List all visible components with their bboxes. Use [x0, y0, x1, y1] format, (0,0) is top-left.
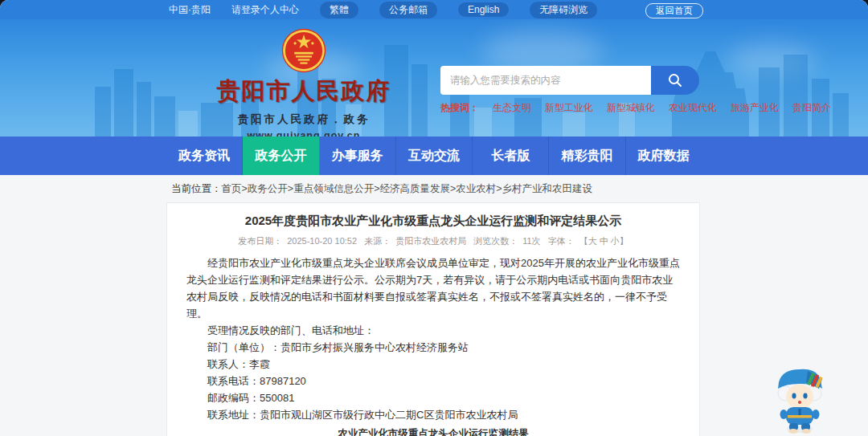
article-paragraph-6: 联系地址：贵阳市观山湖区市级行政中心二期C区贵阳市农业农村局: [186, 406, 680, 423]
source: 贵阳市农业农村局: [395, 236, 466, 246]
nav-item-1[interactable]: 政务公开: [243, 137, 319, 175]
city-skyline: [0, 40, 868, 137]
topbar-link-0[interactable]: 中国·贵阳: [169, 3, 211, 17]
nav-item-6[interactable]: 政府数据: [626, 137, 702, 175]
hot-search-word-5[interactable]: 贵阳简介: [792, 101, 831, 115]
breadcrumb-item-0[interactable]: 首页: [222, 183, 242, 194]
breadcrumb-item-1[interactable]: 政务公开: [248, 183, 288, 194]
site-logo[interactable]: 贵阳市人民政府 贵阳市人民政府．政务 www.guiyang.gov.cn: [183, 27, 424, 137]
national-emblem-icon: [280, 27, 327, 74]
banner: 贵阳市人民政府 贵阳市人民政府．政务 www.guiyang.gov.cn 热搜…: [0, 19, 868, 137]
source-label: 来源：: [364, 236, 391, 246]
hot-search-label: 热搜词：: [440, 101, 479, 115]
font-size-control[interactable]: 【大 中 小】: [579, 236, 628, 246]
breadcrumb-label: 当前位置：: [171, 183, 222, 194]
breadcrumb-item-2[interactable]: 重点领域信息公开: [293, 183, 374, 194]
article-meta: 发布日期：2025-10-20 10:52 来源：贵阳市农业农村局 浏览次数：1…: [186, 235, 680, 247]
article-paragraph-1: 受理情况反映的部门、电话和地址：: [186, 322, 680, 339]
breadcrumb: 当前位置：首页>政务公开>重点领域信息公开>经济高质量发展>农业农村>乡村产业和…: [171, 182, 592, 196]
article-paragraph-0: 经贵阳市农业产业化市级重点龙头企业联席会议成员单位审定，现对2025年开展的农业…: [186, 255, 680, 322]
hot-search-row: 热搜词： 生态文明新型工业化新型城镇化农业现代化旅游产业化贵阳简介: [440, 101, 699, 115]
hot-search-word-2[interactable]: 新型城镇化: [607, 101, 655, 115]
article-title: 2025年度贵阳市农业产业化市级重点龙头企业运行监测和评定结果公示: [186, 214, 680, 229]
article-card: 2025年度贵阳市农业产业化市级重点龙头企业运行监测和评定结果公示 发布日期：2…: [166, 202, 700, 436]
article-paragraph-2: 部门（单位）：贵阳市乡村振兴服务中心农村经济服务站: [186, 339, 680, 356]
nav-item-5[interactable]: 精彩贵阳: [549, 137, 625, 175]
search-button[interactable]: [651, 66, 699, 95]
site-subtitle: 贵阳市人民政府．政务: [183, 112, 424, 127]
hot-search-word-0[interactable]: 生态文明: [493, 101, 531, 115]
nav-item-0[interactable]: 政务资讯: [166, 137, 243, 175]
topbar-link-2[interactable]: 繁體: [320, 2, 358, 18]
breadcrumb-item-5[interactable]: 乡村产业和农田建设: [502, 183, 593, 194]
publish-date-label: 发布日期：: [238, 236, 282, 246]
search-input[interactable]: [440, 66, 651, 95]
main-nav-row: 政务资讯政务公开办事服务互动交流长者版精彩贵阳政府数据: [166, 137, 702, 175]
breadcrumb-path: 首页>政务公开>重点领域信息公开>经济高质量发展>农业农村>乡村产业和农田建设: [222, 183, 593, 194]
nav-item-4[interactable]: 长者版: [473, 137, 549, 175]
topbar: 中国·贵阳请登录个人中心繁體公务邮箱English无障碍浏览 返回首页: [0, 0, 868, 19]
hot-search-word-3[interactable]: 农业现代化: [669, 101, 717, 115]
topbar-link-4[interactable]: English: [458, 2, 509, 17]
result-table-caption: 农业产业化市级重点龙头企业运行监测结果: [186, 427, 680, 436]
breadcrumb-item-3[interactable]: 经济高质量发展: [379, 183, 450, 194]
site-url: www.guiyang.gov.cn: [183, 130, 424, 137]
hot-search-words: 生态文明新型工业化新型城镇化农业现代化旅游产业化贵阳简介: [493, 101, 831, 115]
font-size-label: 字体：: [548, 236, 575, 246]
article-paragraph-5: 邮政编码：550081: [186, 389, 680, 406]
hot-search-word-4[interactable]: 旅游产业化: [731, 101, 779, 115]
publish-date: 2025-10-20 10:52: [287, 236, 357, 246]
topbar-links: 中国·贵阳请登录个人中心繁體公务邮箱English无障碍浏览: [169, 0, 597, 19]
site-title: 贵阳市人民政府: [183, 75, 424, 108]
hot-search-word-1[interactable]: 新型工业化: [545, 101, 593, 115]
nav-item-2[interactable]: 办事服务: [320, 137, 396, 175]
page: 中国·贵阳请登录个人中心繁體公务邮箱English无障碍浏览 返回首页: [0, 0, 868, 436]
main-nav: 政务资讯政务公开办事服务互动交流长者版精彩贵阳政府数据: [0, 137, 868, 175]
nav-item-3[interactable]: 互动交流: [396, 137, 473, 175]
return-home-button[interactable]: 返回首页: [645, 3, 703, 18]
topbar-link-3[interactable]: 公务邮箱: [379, 2, 437, 18]
topbar-link-5[interactable]: 无障碍浏览: [530, 2, 597, 18]
breadcrumb-item-4[interactable]: 农业农村: [456, 183, 496, 194]
views: 11次: [522, 236, 540, 246]
views-label: 浏览次数：: [473, 236, 518, 246]
search-icon: [667, 72, 683, 88]
topbar-link-1[interactable]: 请登录个人中心: [231, 3, 299, 17]
article-body: 经贵阳市农业产业化市级重点龙头企业联席会议成员单位审定，现对2025年开展的农业…: [186, 255, 680, 423]
article-paragraph-3: 联系人：李霞: [186, 356, 680, 373]
article-paragraph-4: 联系电话：87987120: [186, 373, 680, 389]
search-box: [440, 66, 699, 95]
mascot-character[interactable]: [768, 361, 832, 435]
